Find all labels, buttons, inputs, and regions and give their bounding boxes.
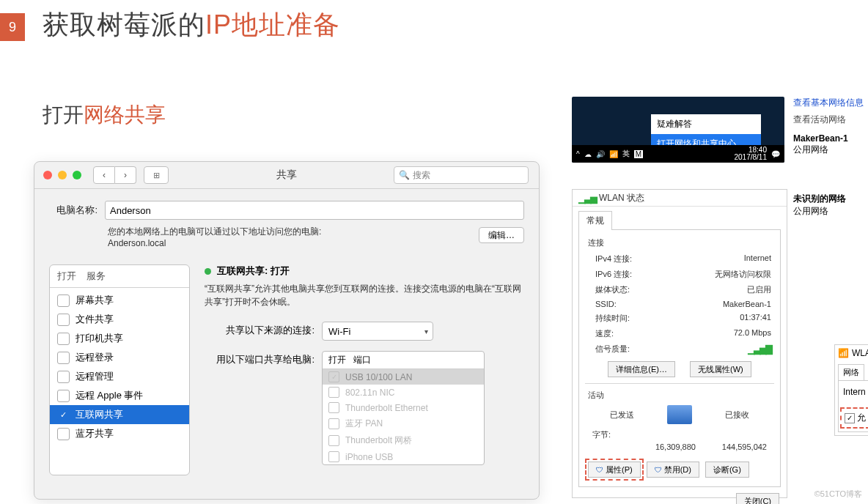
sidebar-item[interactable]: ✓互联网共享	[50, 405, 189, 424]
disable-button[interactable]: 🛡禁用(D)	[647, 462, 699, 478]
mac-sharing-window: ‹ › ⊞ 共享 🔍搜索 电脑名称: Anderson 您的本地网络上的电脑可以…	[34, 161, 540, 500]
traffic-lights[interactable]	[34, 171, 81, 179]
cloud-icon[interactable]: ☁	[584, 150, 592, 158]
sidebar-item[interactable]: 远程登录	[50, 348, 189, 367]
checkbox[interactable]	[57, 371, 70, 383]
sidebar-item[interactable]: 文件共享	[50, 310, 189, 329]
ports-col-port: 端口	[353, 354, 371, 366]
checkbox[interactable]	[328, 451, 339, 462]
services-sidebar: 打开服务 屏幕共享文件共享打印机共享远程登录远程管理远程 Apple 事件✓互联…	[49, 264, 190, 475]
tab-general[interactable]: 常规	[578, 211, 612, 230]
checkbox[interactable]: ✓	[328, 371, 339, 382]
sidebar-item[interactable]: 蓝牙共享	[50, 424, 189, 443]
slide-title: 获取树莓派的IP地址准备	[43, 7, 340, 43]
port-label: Thunderbolt 网桥	[345, 434, 412, 447]
port-row[interactable]: Thunderbolt 网桥	[323, 432, 484, 449]
sidebar-item-label: 打印机共享	[76, 332, 123, 345]
ime-lang-icon[interactable]: 英	[622, 149, 630, 159]
slide-title-accent: IP地址准备	[205, 10, 340, 40]
forward-button[interactable]: ›	[115, 166, 136, 184]
search-icon: 🔍	[399, 170, 410, 180]
checkbox[interactable]	[328, 387, 339, 398]
details-button[interactable]: 详细信息(E)…	[608, 361, 675, 377]
checkbox[interactable]	[57, 390, 70, 402]
nav-buttons: ‹ ›	[93, 166, 136, 184]
search-input[interactable]: 🔍搜索	[394, 166, 529, 184]
wlan-info-row: 速度:72.0 Mbps	[595, 326, 771, 341]
checkbox[interactable]	[57, 314, 70, 326]
checkbox[interactable]	[57, 333, 70, 345]
volume-icon[interactable]: 🔊	[596, 150, 605, 158]
port-label: USB 10/100 LAN	[345, 372, 412, 382]
grid-view-button[interactable]: ⊞	[144, 166, 169, 184]
subtitle-pre: 打开	[43, 103, 84, 126]
view-basic-link[interactable]: 查看基本网络信息	[793, 97, 868, 109]
properties-button[interactable]: 🛡属性(P)	[588, 462, 641, 478]
source-select[interactable]: Wi-Fi	[322, 322, 433, 341]
ports-table: 打开端口 ✓USB 10/100 LAN802.11n NICThunderbo…	[322, 351, 485, 465]
col-service: 服务	[87, 270, 106, 283]
checkbox[interactable]	[328, 418, 339, 429]
port-row[interactable]: Thunderbolt Ethernet	[323, 400, 484, 415]
wifi-icon: ▁▃▅	[578, 193, 596, 204]
signal-label: 信号质量:	[595, 344, 630, 355]
sidebar-item[interactable]: 屏幕共享	[50, 291, 189, 310]
mac-titlebar: ‹ › ⊞ 共享 🔍搜索	[34, 162, 539, 189]
port-row[interactable]: 蓝牙 PAN	[323, 415, 484, 432]
menu-troubleshoot[interactable]: 疑难解答	[651, 114, 761, 134]
status-title: 互联网共享: 打开	[217, 264, 290, 278]
sidebar-item[interactable]: 远程管理	[50, 367, 189, 386]
sidebar-item[interactable]: 远程 Apple 事件	[50, 386, 189, 405]
wlan-info-row: SSID:MakerBean-1	[595, 297, 771, 311]
chevron-up-icon[interactable]: ^	[576, 150, 580, 158]
tab-network[interactable]: 网络	[838, 364, 864, 381]
checkbox[interactable]	[57, 294, 70, 307]
checkbox[interactable]: ✓	[845, 413, 855, 423]
edit-button[interactable]: 编辑…	[479, 227, 524, 243]
sidebar-item[interactable]: 打印机共享	[50, 329, 189, 348]
bytes-sent-value: 16,309,880	[655, 442, 696, 451]
minimize-icon[interactable]	[58, 171, 67, 179]
sidebar-item-label: 远程登录	[76, 351, 114, 364]
wifi-icon[interactable]: 📶	[609, 150, 618, 158]
search-placeholder: 搜索	[413, 169, 430, 182]
network-name: MakerBean-1	[793, 133, 848, 144]
hostname-help: 您的本地网络上的电脑可以通过以下地址访问您的电脑:	[108, 226, 479, 238]
port-label: 蓝牙 PAN	[345, 418, 383, 430]
shield-icon: 🛡	[655, 466, 662, 474]
ime-m-icon[interactable]: M	[634, 150, 643, 158]
activity-icon	[667, 405, 692, 424]
port-row[interactable]: 802.11n NIC	[323, 385, 484, 400]
ports-label: 用以下端口共享给电脑:	[205, 351, 322, 366]
port-row[interactable]: ✓USB 10/100 LAN	[323, 369, 484, 385]
sidebar-item-label: 文件共享	[76, 313, 114, 326]
slide-subtitle: 打开网络共享	[43, 101, 166, 129]
computer-name-field[interactable]: Anderson	[105, 201, 524, 220]
back-button[interactable]: ‹	[93, 166, 115, 184]
wireless-props-button[interactable]: 无线属性(W)	[690, 361, 751, 377]
zoom-icon[interactable]	[73, 171, 81, 179]
diagnose-button[interactable]: 诊断(G)	[705, 462, 749, 478]
notification-icon[interactable]: 💬	[771, 150, 780, 158]
checkbox[interactable]: ✓	[57, 409, 70, 421]
close-icon[interactable]	[43, 171, 52, 179]
network-info-panel: 查看基本网络信息 查看活动网络 MakerBean-1 公用网络 未识别的网络 …	[793, 97, 868, 218]
close-button[interactable]: 关闭(C)	[736, 493, 779, 504]
hostname-value: Anderson.local	[108, 238, 479, 248]
checkbox[interactable]	[328, 435, 339, 446]
bytes-label: 字节:	[592, 429, 611, 440]
ports-col-open: 打开	[328, 354, 353, 366]
status-dot-icon	[205, 268, 211, 275]
sent-label: 已发送	[610, 410, 634, 420]
section-connection: 连接	[588, 237, 771, 248]
clock[interactable]: 18:402017/8/11	[735, 147, 768, 161]
port-row[interactable]: iPhone USB	[323, 449, 484, 464]
wlan-properties-partial: 📶WLAN 网络 Intern ✓允	[834, 344, 868, 436]
checkbox[interactable]	[328, 402, 339, 413]
checkbox[interactable]	[57, 352, 70, 364]
wlan-title: WLAN 状态	[599, 192, 644, 204]
checkbox[interactable]	[57, 428, 70, 440]
watermark: ©51CTO博客	[814, 489, 862, 500]
wlan2-chk-label: 允	[857, 412, 866, 424]
signal-bars-icon: ▁▃▅▇	[748, 344, 771, 355]
